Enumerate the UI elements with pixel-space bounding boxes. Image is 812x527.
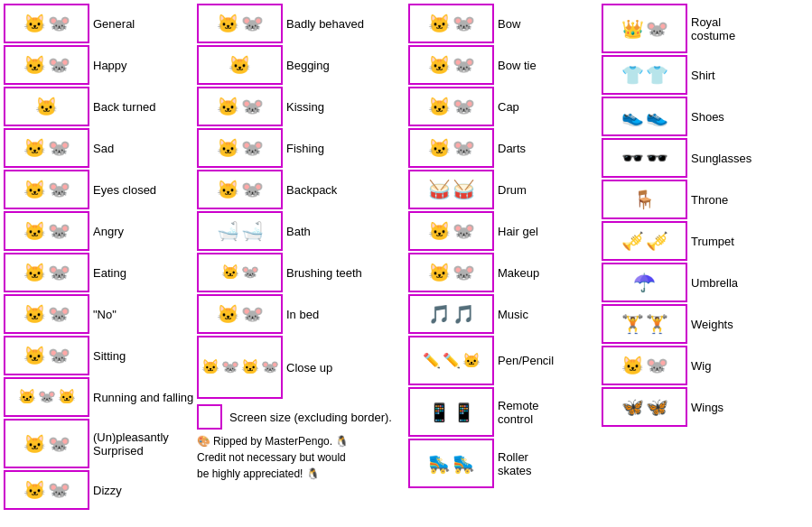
sprite-icon: 👑 (621, 20, 644, 38)
item-label-eating: Eating (93, 266, 126, 280)
paint-icon: 🎨 (197, 433, 210, 449)
sprite-icon: 🐭 (453, 264, 475, 282)
item-label-eyes-closed: Eyes closed (93, 183, 156, 197)
item-label-pen-pencil: Pen/Pencil (498, 354, 554, 367)
sprite-box-fishing: 🐱 🐭 (197, 128, 283, 168)
list-item: 🐱 🐭 Hair gel (408, 211, 598, 251)
sprite-icon: 🐭 (261, 360, 279, 374)
item-label-royal-costume: Royal costume (691, 15, 735, 42)
item-label-badly-behaved: Badly behaved (286, 17, 364, 31)
item-label-sitting: Sitting (93, 349, 126, 363)
credit-line-2: Credit not necessary but would (197, 449, 405, 466)
sprite-icon: 🐭 (48, 56, 70, 74)
sprite-icon: 🐱 (35, 97, 58, 116)
list-item: 🐱 🐭 Fishing (197, 128, 405, 168)
sprite-icon: 🕶️ (646, 149, 668, 167)
sprite-icon: 🐭 (48, 180, 70, 199)
sprite-icon: 👟 (621, 107, 644, 125)
credit-text-2: Credit not necessary but would (197, 449, 346, 466)
item-label-running: Running and falling (93, 391, 193, 404)
sprite-icon: 🐱 (221, 265, 239, 280)
item-label-general: General (93, 17, 135, 31)
sprite-icon: 🐭 (453, 56, 475, 74)
list-item: 🐱 🐭 Angry (4, 211, 193, 251)
sprite-icon: 🐱 (23, 56, 46, 74)
item-label-bow: Bow (498, 17, 520, 31)
sprite-box-weights: 🏋️ 🏋️ (602, 304, 687, 344)
sprite-box-bow: 🐱 🐭 (408, 4, 494, 43)
item-label-kissing: Kissing (286, 100, 324, 114)
sprite-icon: 🐱 (23, 347, 46, 365)
sprite-box-in-bed: 🐱 🐭 (197, 294, 283, 334)
sprite-icon: 🐱 (217, 14, 239, 32)
sprite-box-makeup: 🐱 🐭 (408, 253, 494, 292)
sprite-icon: 🐱 (23, 435, 46, 453)
sprite-box-wings: 🦋 🦋 (602, 387, 687, 427)
item-label-makeup: Makeup (498, 266, 539, 280)
sprite-box-pen-pencil: ✏️ ✏️ 🐱 (408, 336, 494, 385)
sprite-icon: 🐱 (229, 56, 251, 74)
column-4: 👑 🐭 Royal costume 👕 👕 Shirt 👟 👟 (602, 4, 791, 510)
list-item: 🛁 🛁 Bath (197, 211, 405, 251)
list-item: 🛼 🛼 Roller skates (408, 439, 598, 488)
item-label-in-bed: In bed (286, 308, 319, 321)
sprite-icon: 🐭 (646, 20, 668, 38)
list-item: 🐱 🐭 Badly behaved (197, 4, 405, 43)
column-3: 🐱 🐭 Bow 🐱 🐭 Bow tie 🐱 🐭 Ca (408, 4, 598, 510)
sprite-box-umbrella: ☂️ (602, 263, 687, 302)
sprite-box-roller-skates: 🛼 🛼 (408, 439, 494, 488)
sprite-box-shirt: 👕 👕 (602, 55, 687, 95)
list-item: 🐱 🐭 General (4, 4, 193, 43)
list-item: 🥁 🥁 Drum (408, 170, 598, 209)
item-label-dizzy: Dizzy (93, 484, 122, 497)
list-item: ☂️ Umbrella (602, 263, 791, 302)
sprite-box-wig: 🐱 🐭 (602, 346, 687, 385)
item-label-wings: Wings (691, 401, 723, 414)
item-label-wig: Wig (691, 359, 711, 373)
sprite-box-brushing: 🐱 🐭 (197, 253, 283, 292)
penguin-icon: 🐧 (335, 433, 349, 449)
column-2: 🐱 🐭 Badly behaved 🐱 Begging 🐱 🐭 Kissi (197, 4, 405, 510)
item-label-umbrella: Umbrella (691, 276, 738, 290)
sprite-icon: 🦋 (646, 398, 668, 416)
list-item: 🐱 🐭 🐱 Running and falling (4, 377, 193, 417)
sprite-box-surprised: 🐱 🐭 (4, 419, 89, 468)
list-item: 🐱 🐭 Eyes closed (4, 170, 193, 209)
item-label-trumpet: Trumpet (691, 235, 734, 248)
sprite-icon: 🛁 (217, 222, 239, 240)
item-label-begging: Begging (286, 59, 330, 72)
sprite-box-backpack: 🐱 🐭 (197, 170, 283, 209)
item-label-drum: Drum (498, 183, 527, 197)
sprite-icon: 🐱 (621, 356, 644, 374)
item-label-roller-skates: Roller skates (498, 450, 532, 477)
sprite-icon: 🐱 (217, 180, 239, 199)
list-item: 🐱 🐭 Darts (408, 128, 598, 168)
sprite-icon: 🐭 (241, 265, 259, 280)
list-item: 🐱 🐭 Sitting (4, 336, 193, 375)
sprite-icon: 🐭 (48, 14, 70, 32)
list-item: 🕶️ 🕶️ Sunglasses (602, 138, 791, 178)
screen-size-rect (197, 404, 222, 430)
sprite-icon: 🎺 (646, 232, 668, 250)
sprite-icon: 🐱 (201, 360, 219, 374)
column-1: 🐱 🐭 General 🐱 🐭 Happy 🐱 Back turned (4, 4, 193, 510)
sprite-icon: 🐭 (646, 356, 668, 374)
sprite-box-darts: 🐱 🐭 (408, 128, 494, 168)
sprite-box-general: 🐱 🐭 (4, 4, 89, 43)
list-item: 🐱 🐭 Makeup (408, 253, 598, 292)
sprite-icon: 👟 (646, 107, 668, 125)
sprite-box-sunglasses: 🕶️ 🕶️ (602, 138, 687, 178)
sprite-box-trumpet: 🎺 🎺 (602, 221, 687, 261)
sprite-icon: 🐭 (221, 360, 239, 374)
list-item: 🐱 🐭 Bow tie (408, 45, 598, 85)
sprite-icon: 🎵 (428, 305, 451, 323)
sprite-box-music: 🎵 🎵 (408, 294, 494, 334)
item-label-bath: Bath (286, 225, 311, 238)
sprite-box-hair-gel: 🐱 🐭 (408, 211, 494, 251)
sprite-box-kissing: 🐱 🐭 (197, 87, 283, 126)
sprite-icon: 🐱 (217, 97, 239, 116)
list-item: 🐱 🐭 "No" (4, 294, 193, 334)
sprite-box-cap: 🐱 🐭 (408, 87, 494, 126)
sprite-icon: 🐱 (428, 56, 451, 74)
sprite-icon: 🛼 (428, 455, 451, 473)
